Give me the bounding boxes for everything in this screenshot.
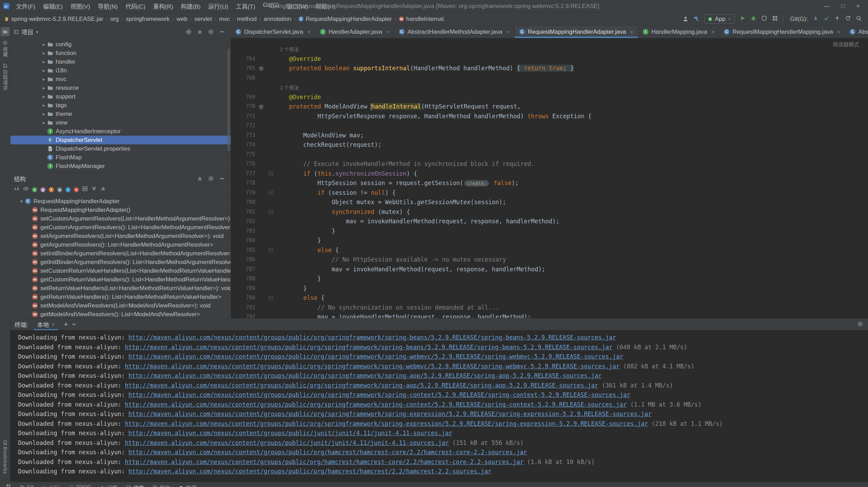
structure-method-item[interactable]: msetInitBinderArgumentResolvers(List<Han…: [10, 249, 231, 258]
bookmarks-tool-button[interactable]: Bookmarks: [1, 438, 10, 476]
code-line[interactable]: 1 个用法: [231, 83, 868, 93]
breadcrumb-item[interactable]: annotation: [264, 16, 291, 23]
menu-item-4[interactable]: 代码(C): [122, 2, 150, 10]
close-tab-icon[interactable]: ×: [507, 29, 510, 35]
editor-tab[interactable]: IHandlerAdapter.java×: [315, 26, 394, 38]
terminal-link[interactable]: http://maven.aliyun.com/nexus/content/gr…: [125, 439, 449, 446]
code-line[interactable]: 778 HttpSession session = request.getSes…: [231, 178, 868, 188]
code-line[interactable]: 789 }: [231, 284, 868, 294]
project-tree-item[interactable]: ▸mvc: [10, 75, 231, 83]
terminal-link[interactable]: http://maven.aliyun.com/nexus/content/gr…: [128, 353, 623, 360]
show-excluded-icon[interactable]: x: [74, 187, 79, 192]
problems-widget[interactable]: 问题: [95, 482, 122, 487]
coverage-button[interactable]: [761, 15, 767, 23]
structure-method-item[interactable]: msetReturnValueHandlers(List<HandlerMeth…: [10, 284, 231, 293]
new-terminal-icon[interactable]: [63, 321, 69, 327]
fold-marker[interactable]: −: [269, 210, 273, 214]
terminal-link[interactable]: http://maven.aliyun.com/nexus/content/gr…: [128, 334, 616, 341]
code-line[interactable]: 782 mav = invokeHandlerMethod(request, r…: [231, 217, 868, 226]
breadcrumb-item[interactable]: servlet: [194, 16, 212, 23]
code-line[interactable]: 774 checkRequest(request);: [231, 140, 868, 150]
favorites-tool-button[interactable]: 收藏: [1, 38, 10, 59]
code-line[interactable]: 772: [231, 121, 868, 131]
close-tab-icon[interactable]: ×: [386, 29, 389, 35]
show-fields-icon[interactable]: f: [49, 187, 54, 192]
editor-tab[interactable]: CRequestMappingHandlerAdapter.java×: [515, 26, 638, 38]
code-line[interactable]: 792 mav = invokeHandlerMethod(request, r…: [231, 312, 868, 318]
services-widget[interactable]: 服务: [148, 482, 175, 487]
terminal-link[interactable]: http://maven.aliyun.com/nexus/content/gr…: [128, 372, 602, 379]
show-anonymous-icon[interactable]: a: [57, 187, 62, 192]
close-button[interactable]: ×: [857, 3, 860, 9]
code-line[interactable]: 788 }: [231, 274, 868, 284]
hide-icon[interactable]: [219, 176, 225, 182]
menu-item-5[interactable]: 重构(R): [149, 2, 177, 10]
project-tree-item[interactable]: IFlashMapManager: [10, 162, 231, 170]
run-widget[interactable]: 运行: [38, 482, 64, 487]
project-tree-item[interactable]: ▸config: [10, 40, 231, 49]
code-line[interactable]: 769 @Override: [231, 93, 868, 102]
todo-widget[interactable]: TODO: [64, 482, 95, 487]
structure-method-item[interactable]: mgetInitBinderArgumentResolvers(): List<…: [10, 258, 231, 266]
project-tool-button[interactable]: [1, 27, 10, 36]
target-icon[interactable]: [186, 29, 192, 35]
editor-tab[interactable]: CRequestMappingHandlerMapping.java×: [719, 26, 845, 38]
structure-method-item[interactable]: msetCustomReturnValueHandlers(List<Handl…: [10, 266, 231, 275]
structure-method-item[interactable]: mgetModelAndViewResolvers(): List<ModelA…: [10, 310, 231, 318]
structure-method-item[interactable]: mgetCustomArgumentResolvers(): List<Hand…: [10, 223, 231, 232]
project-tree-item[interactable]: CDispatcherServlet: [10, 136, 231, 144]
code-line[interactable]: 777− if (this.synchronizeOnSession) {: [231, 169, 868, 179]
expand-all-icon[interactable]: [91, 186, 97, 193]
code-line[interactable]: 2 个用法: [231, 45, 868, 54]
more-tools-button[interactable]: [772, 15, 778, 23]
sort-by-visibility-icon[interactable]: [23, 186, 29, 193]
terminal-link[interactable]: http://maven.aliyun.com/nexus/content/gr…: [125, 363, 620, 370]
code-line[interactable]: 773 ModelAndView mav;: [231, 131, 868, 141]
terminal-tab-local[interactable]: 本地 ×: [34, 319, 58, 330]
terminal-link[interactable]: http://maven.aliyun.com/nexus/content/gr…: [125, 420, 648, 427]
terminal-link[interactable]: http://maven.aliyun.com/nexus/content/gr…: [125, 382, 598, 389]
editor-tab[interactable]: IHandlerMapping.java×: [638, 26, 719, 38]
code-line[interactable]: 783 }: [231, 226, 868, 236]
terminal-link[interactable]: http://maven.aliyun.com/nexus/content/gr…: [128, 468, 491, 475]
breadcrumb-item[interactable]: web: [177, 16, 187, 23]
structure-method-item[interactable]: mgetArgumentResolvers(): List<HandlerMet…: [10, 240, 231, 249]
code-line[interactable]: 790− else {: [231, 293, 868, 303]
code-line[interactable]: 781− synchronized (mutex) {: [231, 207, 868, 217]
code-line[interactable]: 785− else {: [231, 246, 868, 255]
editor-tab[interactable]: CAbstractHan×: [845, 26, 868, 38]
code-line[interactable]: 768: [231, 73, 868, 83]
structure-method-item[interactable]: msetCustomArgumentResolvers(List<Handler…: [10, 214, 231, 223]
code-line[interactable]: 776 // Execute invokeHandlerMethod in sy…: [231, 159, 868, 169]
terminal-link[interactable]: http://maven.aliyun.com/nexus/content/gr…: [128, 449, 527, 456]
structure-method-item[interactable]: msetArgumentResolvers(List<HandlerMethod…: [10, 232, 231, 240]
menu-item-3[interactable]: 导航(N): [94, 2, 122, 10]
user-icon[interactable]: [683, 16, 689, 22]
fold-marker[interactable]: −: [269, 248, 273, 252]
show-interfaces-icon[interactable]: i: [65, 187, 71, 192]
hammer-icon[interactable]: [693, 16, 699, 22]
collapse-all-icon[interactable]: [197, 176, 203, 182]
close-tab-icon[interactable]: ×: [307, 29, 311, 35]
sort-alphabetically-icon[interactable]: a: [14, 186, 20, 193]
menu-item-2[interactable]: 视图(V): [66, 2, 94, 10]
reader-mode-label[interactable]: 阅读器模式: [833, 40, 859, 48]
run-button[interactable]: [740, 15, 746, 23]
code-line[interactable]: 775: [231, 150, 868, 160]
close-icon[interactable]: ×: [52, 322, 55, 327]
terminal-output[interactable]: Downloading from nexus-aliyun: http://ma…: [10, 330, 868, 482]
structure-method-item[interactable]: mgetCustomReturnValueHandlers(): List<Ha…: [10, 275, 231, 284]
terminal-options-chevron-icon[interactable]: [71, 321, 77, 327]
terminal-link[interactable]: http://maven.aliyun.com/nexus/content/gr…: [125, 344, 612, 351]
show-classes-icon[interactable]: c: [32, 187, 37, 192]
fold-marker[interactable]: −: [269, 296, 273, 300]
code-editor[interactable]: 阅读器模式 2 个用法764 @Override765 protected bo…: [231, 38, 868, 318]
project-tree-item[interactable]: ▸theme: [10, 110, 231, 118]
menu-item-6[interactable]: 构建(B): [177, 2, 204, 10]
project-tree-item[interactable]: ▸support: [10, 92, 231, 101]
run-config-select[interactable]: App: [704, 14, 735, 24]
project-tree-item[interactable]: ▸tags: [10, 101, 231, 110]
code-line[interactable]: 765 protected boolean supportsInternal(H…: [231, 64, 868, 73]
breadcrumb-item[interactable]: spring-webmvc-5.2.9.RELEASE.jar: [4, 16, 103, 23]
project-tree-item[interactable]: ▸view: [10, 118, 231, 127]
